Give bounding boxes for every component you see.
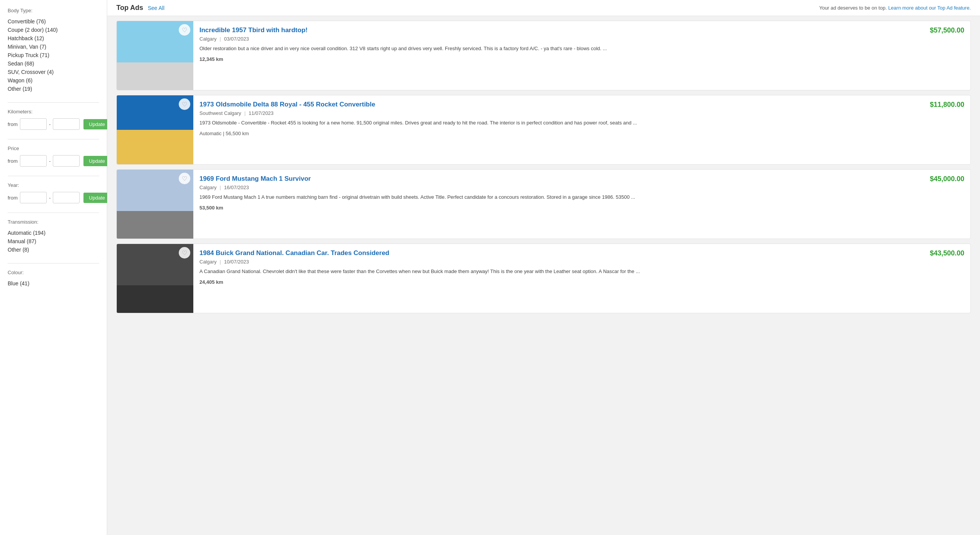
listing-description: 1973 Oldsmobile - Convertible - Rocket 4… <box>199 119 964 127</box>
listing-meta: Calgary|16/07/2023 <box>199 185 964 190</box>
listing-description: 1969 Ford Mustang Mach 1 A true numbers … <box>199 193 964 201</box>
colour-label: Colour: <box>8 270 99 275</box>
top-ads-right: Your ad deserves to be on top. Learn mor… <box>819 5 971 11</box>
transmission-list: Automatic (194)Manual (87)Other (8) <box>8 229 99 254</box>
listing-price: $43,500.00 <box>930 249 964 257</box>
km-range-row: from - Update <box>8 118 99 130</box>
listing-title[interactable]: Incredible 1957 Tbird with hardtop! <box>199 26 307 34</box>
listing-top-row: Incredible 1957 Tbird with hardtop!$57,5… <box>199 26 964 34</box>
body-type-item[interactable]: Pickup Truck (71) <box>8 51 99 59</box>
listing-trans-km: Automatic | 56,500 km <box>199 131 964 136</box>
listing-image-wrap: ♡ <box>117 244 193 313</box>
body-type-item[interactable]: SUV, Crossover (4) <box>8 68 99 76</box>
transmission-section: Transmission: Automatic (194)Manual (87)… <box>8 219 99 254</box>
price-range-row: from - Update <box>8 155 99 167</box>
km-update-button[interactable]: Update <box>83 119 110 129</box>
listing-info: 1984 Buick Grand National. Canadian Car.… <box>193 244 970 313</box>
listing-meta: Southwest Calgary|11/07/2023 <box>199 110 964 116</box>
body-type-item[interactable]: Sedan (68) <box>8 59 99 68</box>
body-type-item[interactable]: Minivan, Van (7) <box>8 43 99 51</box>
body-type-item[interactable]: Hatchback (12) <box>8 34 99 43</box>
sidebar: Body Type: Convertible (76)Coupe (2 door… <box>0 0 107 535</box>
listing-km: 24,405 km <box>199 279 964 285</box>
kilometers-label: Kilometers: <box>8 109 99 115</box>
year-from-label: from <box>8 195 18 201</box>
see-all-link[interactable]: See All <box>148 5 165 11</box>
divider-4 <box>8 213 99 213</box>
main-content: Top Ads See All Your ad deserves to be o… <box>107 0 980 535</box>
km-from-input[interactable] <box>20 118 47 130</box>
listing-km: 12,345 km <box>199 56 964 62</box>
transmission-item[interactable]: Manual (87) <box>8 237 99 245</box>
price-from-label: from <box>8 158 18 164</box>
favourite-button[interactable]: ♡ <box>179 247 190 259</box>
listing-title[interactable]: 1984 Buick Grand National. Canadian Car.… <box>199 249 389 257</box>
listing-image-wrap: ♡ <box>117 21 193 90</box>
favourite-button[interactable]: ♡ <box>179 24 190 36</box>
listing-info: 1973 Oldsmobile Delta 88 Royal - 455 Roc… <box>193 95 970 164</box>
favourite-button[interactable]: ♡ <box>179 98 190 110</box>
listing-image-wrap: ♡ <box>117 95 193 164</box>
body-type-item[interactable]: Convertible (76) <box>8 17 99 26</box>
body-type-section: Body Type: Convertible (76)Coupe (2 door… <box>8 8 99 93</box>
price-to-input[interactable] <box>53 155 80 167</box>
price-label: Price <box>8 146 99 151</box>
body-type-item[interactable]: Wagon (6) <box>8 76 99 85</box>
colour-item[interactable]: Blue (41) <box>8 279 99 288</box>
kilometers-section: Kilometers: from - Update <box>8 109 99 130</box>
listing-card: ♡Incredible 1957 Tbird with hardtop!$57,… <box>116 21 971 90</box>
year-section: Year: from - Update <box>8 182 99 203</box>
top-ads-title: Top Ads <box>116 4 143 12</box>
listing-description: A Canadian Grand National. Chevrolet did… <box>199 268 964 275</box>
price-dash: - <box>49 158 51 164</box>
price-from-input[interactable] <box>20 155 47 167</box>
listing-price: $57,500.00 <box>930 26 964 34</box>
listing-top-row: 1973 Oldsmobile Delta 88 Royal - 455 Roc… <box>199 101 964 109</box>
listing-description: Older restoration but a nice driver and … <box>199 45 964 52</box>
year-label: Year: <box>8 182 99 188</box>
colour-list: Blue (41) <box>8 279 99 288</box>
top-ads-left: Top Ads See All <box>116 4 165 12</box>
promo-text: Your ad deserves to be on top. <box>819 5 887 11</box>
divider-5 <box>8 263 99 263</box>
price-update-button[interactable]: Update <box>83 156 110 166</box>
listing-price: $45,000.00 <box>930 175 964 183</box>
year-range-row: from - Update <box>8 192 99 203</box>
price-section: Price from - Update <box>8 146 99 167</box>
colour-section: Colour: Blue (41) <box>8 270 99 288</box>
divider-3 <box>8 176 99 176</box>
year-dash: - <box>49 195 51 201</box>
transmission-item[interactable]: Other (8) <box>8 245 99 254</box>
km-to-input[interactable] <box>53 118 80 130</box>
transmission-item[interactable]: Automatic (194) <box>8 229 99 237</box>
listing-top-row: 1984 Buick Grand National. Canadian Car.… <box>199 249 964 257</box>
listing-card: ♡1969 Ford Mustang Mach 1 Survivor$45,00… <box>116 169 971 239</box>
top-ads-bar: Top Ads See All Your ad deserves to be o… <box>107 0 980 16</box>
listing-info: Incredible 1957 Tbird with hardtop!$57,5… <box>193 21 970 90</box>
page-layout: Body Type: Convertible (76)Coupe (2 door… <box>0 0 980 535</box>
year-from-input[interactable] <box>20 192 47 203</box>
year-to-input[interactable] <box>53 192 80 203</box>
listing-title[interactable]: 1969 Ford Mustang Mach 1 Survivor <box>199 175 311 183</box>
listing-price: $11,800.00 <box>930 101 964 109</box>
listing-card: ♡1984 Buick Grand National. Canadian Car… <box>116 244 971 313</box>
listing-title[interactable]: 1973 Oldsmobile Delta 88 Royal - 455 Roc… <box>199 101 375 108</box>
divider-2 <box>8 139 99 139</box>
listing-info: 1969 Ford Mustang Mach 1 Survivor$45,000… <box>193 170 970 239</box>
body-type-label: Body Type: <box>8 8 99 13</box>
listing-km: 53,500 km <box>199 205 964 211</box>
divider-1 <box>8 102 99 103</box>
transmission-label: Transmission: <box>8 219 99 225</box>
favourite-button[interactable]: ♡ <box>179 173 190 184</box>
learn-more-link[interactable]: Learn more about our Top Ad feature. <box>888 5 971 11</box>
km-dash: - <box>49 121 51 127</box>
year-update-button[interactable]: Update <box>83 193 110 203</box>
listing-top-row: 1969 Ford Mustang Mach 1 Survivor$45,000… <box>199 175 964 183</box>
body-type-item[interactable]: Coupe (2 door) (140) <box>8 26 99 34</box>
listing-meta: Calgary|03/07/2023 <box>199 36 964 42</box>
body-type-item[interactable]: Other (19) <box>8 85 99 93</box>
listing-image-wrap: ♡ <box>117 170 193 239</box>
listing-card: ♡1973 Oldsmobile Delta 88 Royal - 455 Ro… <box>116 95 971 165</box>
body-type-list: Convertible (76)Coupe (2 door) (140)Hatc… <box>8 17 99 93</box>
km-from-label: from <box>8 121 18 127</box>
